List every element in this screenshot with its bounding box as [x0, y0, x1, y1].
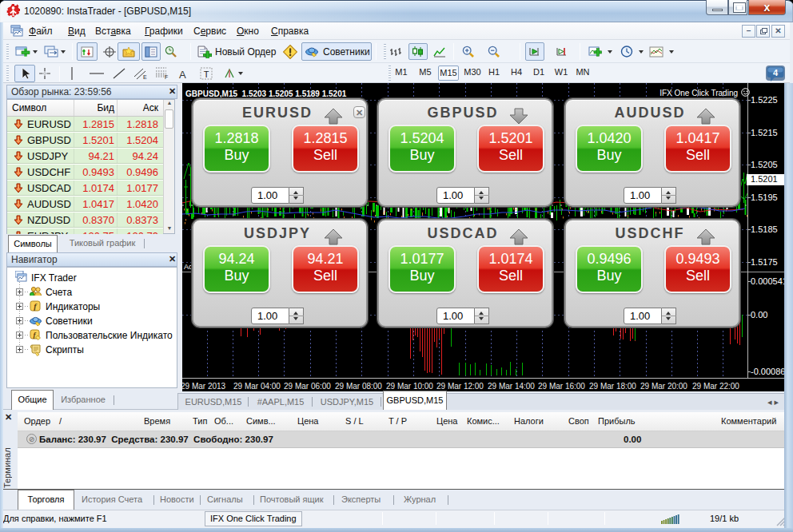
svg-text:F: F	[165, 74, 168, 80]
svg-text:T: T	[204, 69, 209, 79]
svg-text:E: E	[143, 74, 147, 80]
svg-text:4: 4	[773, 68, 779, 77]
